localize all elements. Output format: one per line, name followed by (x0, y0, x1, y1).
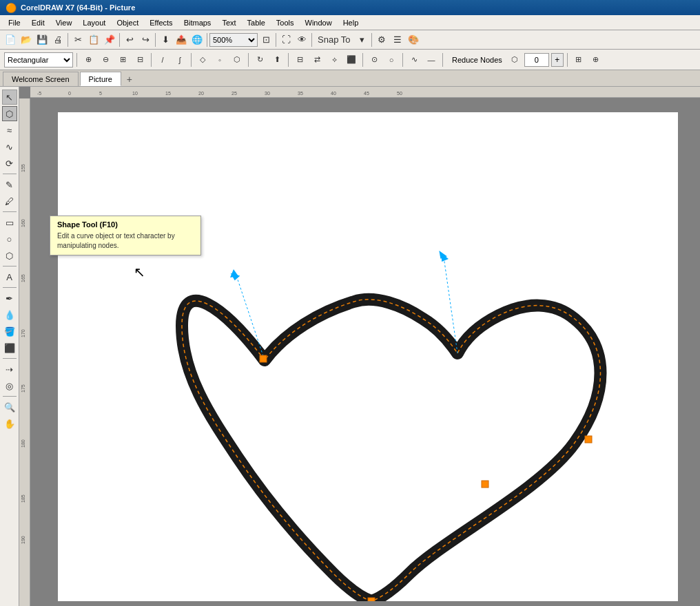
menu-layout[interactable]: Layout (77, 17, 111, 28)
open-btn[interactable]: 📂 (19, 32, 34, 48)
node-value-input[interactable]: 0 (524, 53, 549, 67)
menu-effects[interactable]: Effects (144, 17, 178, 28)
svg-text:170: 170 (21, 329, 25, 337)
publish-btn[interactable]: 🌐 (189, 32, 205, 48)
canvas-area: -5 0 5 10 15 20 25 30 35 40 45 50 155 16… (19, 87, 700, 606)
canvas-wrapper: ↖ Shape Tool (F10) Edit a curve object o… (30, 98, 700, 606)
reverse-btn[interactable]: ↻ (252, 52, 267, 67)
cut-btn[interactable]: ✂ (70, 32, 85, 48)
snap-label[interactable]: Snap To (314, 32, 353, 48)
svg-text:0: 0 (68, 91, 71, 96)
menu-edit[interactable]: Edit (26, 17, 50, 28)
node-type-select[interactable]: Rectangular (4, 52, 73, 67)
join-nodes-btn[interactable]: ⊞ (115, 52, 130, 67)
svg-text:160: 160 (21, 219, 25, 227)
smooth-btn[interactable]: ◦ (212, 52, 227, 67)
redo-btn[interactable]: ↪ (138, 32, 153, 48)
blend-btn[interactable]: ⇢ (2, 362, 17, 377)
color-btn[interactable]: 🎨 (406, 32, 421, 48)
svg-marker-33 (442, 253, 449, 262)
menu-table[interactable]: Table (242, 17, 271, 28)
contour-btn[interactable]: ◎ (2, 378, 17, 393)
smart-fill-btn[interactable]: ⬛ (2, 340, 17, 355)
symmetric-btn[interactable]: ⬡ (229, 52, 245, 67)
svg-marker-32 (230, 269, 238, 278)
curve-smooth-btn[interactable]: ∿ (406, 52, 422, 67)
calligraphy-btn[interactable]: ✒ (2, 291, 17, 306)
select-all-btn[interactable]: ⬛ (344, 52, 359, 67)
import-btn[interactable]: ⬇ (158, 32, 173, 48)
menu-object[interactable]: Object (111, 17, 144, 28)
menu-file[interactable]: File (3, 17, 26, 28)
menu-bar: File Edit View Layout Object Effects Bit… (0, 15, 700, 30)
svg-text:165: 165 (21, 274, 25, 282)
open-curve-btn[interactable]: ○ (384, 52, 399, 67)
close-curve-btn[interactable]: ⊙ (367, 52, 382, 67)
sep4 (207, 33, 207, 47)
menu-text[interactable]: Text (216, 17, 241, 28)
sep-left1 (3, 174, 17, 174)
roughen-tool-btn[interactable]: ∿ (2, 139, 17, 154)
menu-bitmaps[interactable]: Bitmaps (178, 17, 217, 28)
svg-text:35: 35 (298, 91, 303, 96)
smart-draw-btn[interactable]: 🖊 (2, 194, 17, 209)
freehand-tool-btn[interactable]: ✎ (2, 177, 17, 192)
sep-shape4 (248, 53, 249, 67)
paste-btn[interactable]: 📌 (102, 32, 117, 48)
sep-left4 (3, 287, 17, 288)
save-btn[interactable]: 💾 (34, 32, 50, 48)
cusp-btn[interactable]: ◇ (195, 52, 210, 67)
eyedropper-btn[interactable]: 💧 (2, 307, 17, 322)
add-tab-btn[interactable]: + (123, 72, 136, 86)
wireframe-btn[interactable]: 👁 (294, 32, 309, 48)
del-node-btn[interactable]: ⊖ (98, 52, 113, 67)
zoom-tool-btn[interactable]: 🔍 (2, 399, 17, 415)
options2-btn[interactable]: ☰ (390, 32, 405, 48)
transform-tool-btn[interactable]: ⟳ (2, 156, 17, 171)
sep-left6 (3, 396, 17, 397)
fill-btn[interactable]: 🪣 (2, 324, 17, 339)
reduce-nodes-label: Reduce Nodes (452, 56, 502, 64)
menu-view[interactable]: View (50, 17, 78, 28)
menu-window[interactable]: Window (300, 17, 338, 28)
top-ruler: -5 0 5 10 15 20 25 30 35 40 45 50 (30, 87, 700, 98)
zoom-fit-btn[interactable]: ⊡ (258, 32, 274, 48)
tab-picture[interactable]: Picture (80, 72, 121, 86)
reflect-btn[interactable]: ⇄ (309, 52, 325, 67)
undo-btn[interactable]: ↩ (122, 32, 137, 48)
export-btn[interactable]: 📤 (174, 32, 189, 48)
svg-text:15: 15 (165, 91, 171, 96)
reduce-nodes-icon[interactable]: ⬡ (507, 52, 522, 67)
menu-tools[interactable]: Tools (271, 17, 300, 28)
smudge-tool-btn[interactable]: ≈ (2, 123, 17, 138)
node-grid-btn[interactable]: ⊞ (571, 52, 586, 67)
hand-btn[interactable]: ✋ (2, 416, 17, 431)
fullscreen-btn[interactable]: ⛶ (278, 32, 294, 48)
zoom-select[interactable]: 500% (209, 33, 258, 47)
elastic-btn[interactable]: ⟡ (327, 52, 342, 67)
snap-dropdown[interactable]: ▾ (354, 32, 369, 48)
new-btn[interactable]: 📄 (3, 32, 18, 48)
options-btn[interactable]: ⚙ (374, 32, 389, 48)
extract-btn[interactable]: ⬆ (269, 52, 285, 67)
node-settings-btn[interactable]: ⊕ (588, 52, 604, 67)
copy-btn[interactable]: 📋 (86, 32, 101, 48)
to-line-btn[interactable]: / (155, 52, 170, 67)
shape-tool-btn[interactable]: ⬡ (2, 106, 17, 121)
text-tool-btn[interactable]: A (2, 269, 17, 284)
print-btn[interactable]: 🖨 (50, 32, 65, 48)
to-curve-btn[interactable]: ∫ (172, 52, 187, 67)
polygon-tool-btn[interactable]: ⬡ (2, 248, 17, 263)
ellipse-tool-btn[interactable]: ○ (2, 231, 17, 247)
sep5 (276, 33, 276, 47)
select-tool-btn[interactable]: ↖ (2, 90, 17, 105)
node-increment-btn[interactable]: + (551, 53, 564, 67)
menu-help[interactable]: Help (338, 17, 364, 28)
align-btn[interactable]: ⊟ (292, 52, 307, 67)
add-node-btn[interactable]: ⊕ (81, 52, 96, 67)
rectangle-tool-btn[interactable]: ▭ (2, 215, 17, 230)
left-ruler: 155 160 165 170 175 180 185 190 (19, 98, 30, 606)
break-node-btn[interactable]: ⊟ (132, 52, 147, 67)
straighten-btn[interactable]: — (424, 52, 439, 67)
tab-welcome[interactable]: Welcome Screen (3, 72, 79, 86)
